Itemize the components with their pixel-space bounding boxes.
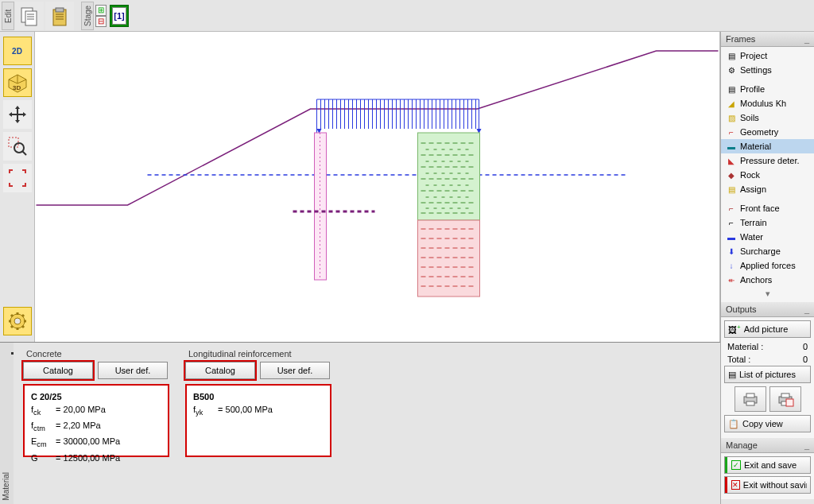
sidebar-item-project[interactable]: ▤Project (721, 48, 814, 63)
manage-header: Manage _ (721, 438, 814, 453)
manage-body: ✓Exit and save ✕Exit without saving (721, 453, 814, 499)
pressure-icon: ◣ (726, 155, 737, 166)
reinforcement-catalog-button[interactable]: Catalog (185, 362, 255, 379)
list-pictures-button[interactable]: ▤List of pictures (724, 366, 811, 383)
svg-rect-101 (746, 401, 754, 405)
concrete-title: Concrete (23, 349, 169, 359)
stage-add-button[interactable]: ⊞ (95, 5, 107, 16)
frames-tree: ▤Project ⚙Settings ▤Profile ◢Modulus Kh … (721, 47, 814, 302)
view-3d-button[interactable]: 3D (3, 68, 32, 97)
material-panel: Concrete Catalog User def. C 20/25 fck =… (14, 342, 720, 504)
sidebar-item-profile[interactable]: ▤Profile (721, 82, 814, 96)
assign-icon: ▤ (726, 184, 737, 195)
profile-icon: ▤ (726, 83, 737, 95)
forces-icon: ↓ (726, 260, 737, 271)
reinforcement-group: Longitudinal reinforcement Catalog User … (185, 349, 331, 498)
sidebar-item-geometry[interactable]: ⌐Geometry (721, 125, 814, 139)
top-toolbar: Edit Stage ⊞ ⊟ [1] (0, 0, 814, 32)
sidebar-item-label: Profile (740, 84, 765, 94)
zoom-icon[interactable] (3, 132, 32, 161)
svg-rect-1 (25, 11, 37, 25)
check-icon: ✓ (731, 460, 741, 470)
stage-remove-button[interactable]: ⊟ (95, 16, 107, 27)
sidebar-item-label: Applied forces (740, 261, 796, 270)
svg-rect-103 (781, 394, 789, 397)
svg-line-26 (22, 315, 24, 316)
sidebar-item-label: Pressure deter. (740, 156, 800, 165)
sidebar-item-label: Project (740, 51, 767, 60)
outputs-minimize-icon[interactable]: _ (804, 304, 809, 314)
edit-label: Edit (2, 2, 14, 30)
stage-label: Stage (81, 2, 94, 30)
svg-line-27 (11, 326, 13, 328)
surcharge-icon: ⬇ (726, 246, 737, 257)
print-preview-button[interactable] (769, 386, 801, 412)
copy-view-button[interactable]: 📋Copy view (724, 415, 811, 432)
sidebar-item-terrain[interactable]: ⌐Terrain (721, 215, 814, 230)
sidebar-item-label: Soils (740, 113, 759, 122)
water-icon: ▬ (726, 231, 737, 242)
concrete-info: C 20/25 fck = 20,00 MPa fctm = 2,20 MPa … (23, 384, 169, 457)
frontface-icon: ⌐ (726, 203, 737, 214)
exit-save-button[interactable]: ✓Exit and save (724, 456, 811, 474)
sidebar-item-frontface[interactable]: ⌐Front face (721, 201, 814, 215)
sidebar-item-water[interactable]: ▬Water (721, 230, 814, 244)
sidebar-item-material[interactable]: ▬Material (721, 139, 814, 153)
reinforcement-name: B500 (193, 392, 214, 401)
sidebar-item-label: Rock (740, 170, 760, 180)
sidebar-item-soils[interactable]: ▨Soils (721, 110, 814, 125)
sidebar-item-pressure[interactable]: ◣Pressure deter. (721, 153, 814, 168)
geometry-icon: ⌐ (726, 126, 737, 138)
list-icon: ▤ (728, 370, 736, 380)
rock-icon: ◆ (726, 169, 737, 180)
exit-nosave-button[interactable]: ✕Exit without saving (724, 476, 811, 494)
sidebar-item-rock[interactable]: ◆Rock (721, 168, 814, 182)
sidebar-item-settings[interactable]: ⚙Settings (721, 63, 814, 77)
modulus-icon: ◢ (726, 98, 737, 109)
settings-gear-icon[interactable] (3, 307, 32, 335)
frames-minimize-icon[interactable]: _ (804, 34, 809, 44)
scroll-down-icon[interactable]: ▾ (721, 287, 814, 300)
outputs-header: Outputs _ (721, 302, 814, 317)
right-sidebar: Frames _ ▤Project ⚙Settings ▤Profile ◢Mo… (720, 32, 814, 504)
copy-icon: 📋 (728, 419, 739, 429)
sidebar-item-label: Water (740, 232, 763, 242)
sidebar-item-assign[interactable]: ▤Assign (721, 182, 814, 196)
concrete-group: Concrete Catalog User def. C 20/25 fck =… (23, 349, 169, 498)
sidebar-item-anchors[interactable]: ↞Anchors (721, 273, 814, 287)
paste-icon[interactable] (45, 2, 74, 30)
svg-rect-91 (418, 220, 480, 297)
drawing-viewport[interactable] (35, 32, 720, 342)
reinforcement-userdef-button[interactable]: User def. (260, 362, 330, 379)
add-picture-icon: 🖼+ (728, 324, 741, 335)
concrete-fctm: 2,20 MPa (64, 421, 101, 430)
printer-icon (742, 391, 759, 407)
concrete-userdef-button[interactable]: User def. (98, 362, 168, 379)
svg-rect-77 (418, 133, 480, 220)
move-icon[interactable] (3, 100, 32, 129)
sidebar-item-modulus[interactable]: ◢Modulus Kh (721, 96, 814, 110)
sidebar-item-forces[interactable]: ↓Applied forces (721, 258, 814, 273)
material-count-row: Material :0 (724, 340, 811, 353)
reinforcement-title: Longitudinal reinforcement (185, 349, 331, 359)
view-2d-button[interactable]: 2D (3, 37, 32, 65)
printer-preview-icon (777, 391, 794, 407)
sidebar-item-label: Material (740, 142, 771, 151)
concrete-catalog-button[interactable]: Catalog (23, 362, 93, 379)
copy-icon[interactable] (15, 2, 44, 30)
manage-minimize-icon[interactable]: _ (804, 440, 809, 450)
concrete-fck: 20,00 MPa (64, 405, 106, 414)
reinforcement-fyk: 500,00 MPa (226, 405, 273, 414)
fit-view-icon[interactable] (3, 164, 32, 192)
sidebar-item-surcharge[interactable]: ⬇Surcharge (721, 244, 814, 258)
svg-line-24 (11, 315, 13, 316)
settings-icon: ⚙ (726, 64, 737, 76)
terrain-icon: ⌐ (726, 217, 737, 228)
add-picture-button[interactable]: 🖼+Add picture (724, 320, 811, 338)
stage-indicator[interactable]: [1] (110, 5, 129, 27)
panel-handle-icon (11, 352, 14, 355)
concrete-ecm: 30000,00 MPa (64, 436, 121, 446)
print-button[interactable] (735, 386, 766, 412)
svg-line-25 (22, 326, 24, 328)
reinforcement-info: B500 fyk = 500,00 MPa (185, 384, 331, 457)
